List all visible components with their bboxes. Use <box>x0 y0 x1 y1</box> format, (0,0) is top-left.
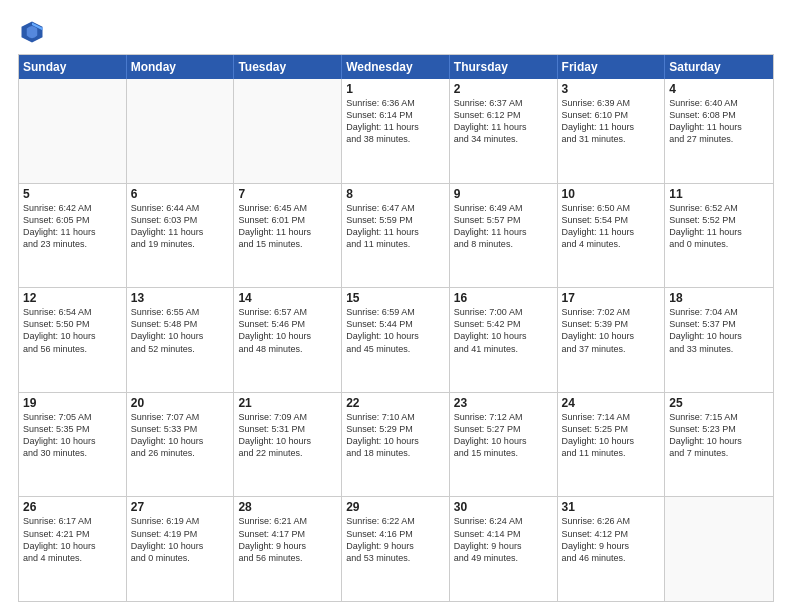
day-cell-8: 8Sunrise: 6:47 AM Sunset: 5:59 PM Daylig… <box>342 184 450 288</box>
day-cell-31: 31Sunrise: 6:26 AM Sunset: 4:12 PM Dayli… <box>558 497 666 601</box>
week-row-2: 5Sunrise: 6:42 AM Sunset: 6:05 PM Daylig… <box>19 183 773 288</box>
day-info: Sunrise: 6:52 AM Sunset: 5:52 PM Dayligh… <box>669 202 769 251</box>
day-info: Sunrise: 7:02 AM Sunset: 5:39 PM Dayligh… <box>562 306 661 355</box>
header <box>18 18 774 46</box>
day-info: Sunrise: 6:50 AM Sunset: 5:54 PM Dayligh… <box>562 202 661 251</box>
day-number: 29 <box>346 500 445 514</box>
day-cell-18: 18Sunrise: 7:04 AM Sunset: 5:37 PM Dayli… <box>665 288 773 392</box>
day-cell-15: 15Sunrise: 6:59 AM Sunset: 5:44 PM Dayli… <box>342 288 450 392</box>
day-header-wednesday: Wednesday <box>342 55 450 79</box>
day-number: 20 <box>131 396 230 410</box>
day-number: 16 <box>454 291 553 305</box>
day-info: Sunrise: 6:42 AM Sunset: 6:05 PM Dayligh… <box>23 202 122 251</box>
empty-cell <box>19 79 127 183</box>
week-row-3: 12Sunrise: 6:54 AM Sunset: 5:50 PM Dayli… <box>19 287 773 392</box>
day-cell-11: 11Sunrise: 6:52 AM Sunset: 5:52 PM Dayli… <box>665 184 773 288</box>
day-cell-28: 28Sunrise: 6:21 AM Sunset: 4:17 PM Dayli… <box>234 497 342 601</box>
day-info: Sunrise: 7:09 AM Sunset: 5:31 PM Dayligh… <box>238 411 337 460</box>
day-number: 10 <box>562 187 661 201</box>
day-cell-5: 5Sunrise: 6:42 AM Sunset: 6:05 PM Daylig… <box>19 184 127 288</box>
day-cell-29: 29Sunrise: 6:22 AM Sunset: 4:16 PM Dayli… <box>342 497 450 601</box>
day-number: 7 <box>238 187 337 201</box>
day-info: Sunrise: 6:36 AM Sunset: 6:14 PM Dayligh… <box>346 97 445 146</box>
day-number: 25 <box>669 396 769 410</box>
day-cell-6: 6Sunrise: 6:44 AM Sunset: 6:03 PM Daylig… <box>127 184 235 288</box>
day-number: 22 <box>346 396 445 410</box>
day-info: Sunrise: 6:44 AM Sunset: 6:03 PM Dayligh… <box>131 202 230 251</box>
day-number: 31 <box>562 500 661 514</box>
day-cell-13: 13Sunrise: 6:55 AM Sunset: 5:48 PM Dayli… <box>127 288 235 392</box>
day-number: 9 <box>454 187 553 201</box>
calendar-header: SundayMondayTuesdayWednesdayThursdayFrid… <box>19 55 773 79</box>
day-info: Sunrise: 6:49 AM Sunset: 5:57 PM Dayligh… <box>454 202 553 251</box>
week-row-4: 19Sunrise: 7:05 AM Sunset: 5:35 PM Dayli… <box>19 392 773 497</box>
day-cell-25: 25Sunrise: 7:15 AM Sunset: 5:23 PM Dayli… <box>665 393 773 497</box>
day-header-tuesday: Tuesday <box>234 55 342 79</box>
day-info: Sunrise: 7:00 AM Sunset: 5:42 PM Dayligh… <box>454 306 553 355</box>
day-cell-12: 12Sunrise: 6:54 AM Sunset: 5:50 PM Dayli… <box>19 288 127 392</box>
day-cell-21: 21Sunrise: 7:09 AM Sunset: 5:31 PM Dayli… <box>234 393 342 497</box>
week-row-5: 26Sunrise: 6:17 AM Sunset: 4:21 PM Dayli… <box>19 496 773 601</box>
day-number: 1 <box>346 82 445 96</box>
day-number: 27 <box>131 500 230 514</box>
day-number: 30 <box>454 500 553 514</box>
day-info: Sunrise: 7:14 AM Sunset: 5:25 PM Dayligh… <box>562 411 661 460</box>
day-cell-20: 20Sunrise: 7:07 AM Sunset: 5:33 PM Dayli… <box>127 393 235 497</box>
day-cell-3: 3Sunrise: 6:39 AM Sunset: 6:10 PM Daylig… <box>558 79 666 183</box>
day-header-thursday: Thursday <box>450 55 558 79</box>
day-info: Sunrise: 6:39 AM Sunset: 6:10 PM Dayligh… <box>562 97 661 146</box>
day-cell-19: 19Sunrise: 7:05 AM Sunset: 5:35 PM Dayli… <box>19 393 127 497</box>
day-info: Sunrise: 6:24 AM Sunset: 4:14 PM Dayligh… <box>454 515 553 564</box>
day-info: Sunrise: 7:15 AM Sunset: 5:23 PM Dayligh… <box>669 411 769 460</box>
day-info: Sunrise: 6:45 AM Sunset: 6:01 PM Dayligh… <box>238 202 337 251</box>
day-info: Sunrise: 7:10 AM Sunset: 5:29 PM Dayligh… <box>346 411 445 460</box>
day-number: 13 <box>131 291 230 305</box>
day-number: 23 <box>454 396 553 410</box>
day-number: 14 <box>238 291 337 305</box>
day-info: Sunrise: 7:12 AM Sunset: 5:27 PM Dayligh… <box>454 411 553 460</box>
day-number: 24 <box>562 396 661 410</box>
day-number: 8 <box>346 187 445 201</box>
day-cell-17: 17Sunrise: 7:02 AM Sunset: 5:39 PM Dayli… <box>558 288 666 392</box>
day-number: 3 <box>562 82 661 96</box>
day-info: Sunrise: 6:55 AM Sunset: 5:48 PM Dayligh… <box>131 306 230 355</box>
day-header-saturday: Saturday <box>665 55 773 79</box>
empty-cell <box>234 79 342 183</box>
day-cell-22: 22Sunrise: 7:10 AM Sunset: 5:29 PM Dayli… <box>342 393 450 497</box>
day-cell-26: 26Sunrise: 6:17 AM Sunset: 4:21 PM Dayli… <box>19 497 127 601</box>
day-info: Sunrise: 6:57 AM Sunset: 5:46 PM Dayligh… <box>238 306 337 355</box>
empty-cell <box>665 497 773 601</box>
day-cell-4: 4Sunrise: 6:40 AM Sunset: 6:08 PM Daylig… <box>665 79 773 183</box>
day-cell-1: 1Sunrise: 6:36 AM Sunset: 6:14 PM Daylig… <box>342 79 450 183</box>
day-info: Sunrise: 6:47 AM Sunset: 5:59 PM Dayligh… <box>346 202 445 251</box>
day-info: Sunrise: 7:05 AM Sunset: 5:35 PM Dayligh… <box>23 411 122 460</box>
day-number: 4 <box>669 82 769 96</box>
day-header-friday: Friday <box>558 55 666 79</box>
day-number: 12 <box>23 291 122 305</box>
day-number: 26 <box>23 500 122 514</box>
day-number: 2 <box>454 82 553 96</box>
page: SundayMondayTuesdayWednesdayThursdayFrid… <box>0 0 792 612</box>
day-cell-16: 16Sunrise: 7:00 AM Sunset: 5:42 PM Dayli… <box>450 288 558 392</box>
day-number: 17 <box>562 291 661 305</box>
day-cell-24: 24Sunrise: 7:14 AM Sunset: 5:25 PM Dayli… <box>558 393 666 497</box>
day-number: 11 <box>669 187 769 201</box>
day-cell-9: 9Sunrise: 6:49 AM Sunset: 5:57 PM Daylig… <box>450 184 558 288</box>
logo <box>18 18 48 46</box>
day-number: 21 <box>238 396 337 410</box>
day-info: Sunrise: 6:40 AM Sunset: 6:08 PM Dayligh… <box>669 97 769 146</box>
day-info: Sunrise: 6:21 AM Sunset: 4:17 PM Dayligh… <box>238 515 337 564</box>
day-number: 6 <box>131 187 230 201</box>
day-number: 18 <box>669 291 769 305</box>
day-info: Sunrise: 7:07 AM Sunset: 5:33 PM Dayligh… <box>131 411 230 460</box>
day-cell-14: 14Sunrise: 6:57 AM Sunset: 5:46 PM Dayli… <box>234 288 342 392</box>
logo-icon <box>18 18 46 46</box>
day-info: Sunrise: 6:59 AM Sunset: 5:44 PM Dayligh… <box>346 306 445 355</box>
calendar-body: 1Sunrise: 6:36 AM Sunset: 6:14 PM Daylig… <box>19 79 773 601</box>
day-info: Sunrise: 6:17 AM Sunset: 4:21 PM Dayligh… <box>23 515 122 564</box>
day-cell-7: 7Sunrise: 6:45 AM Sunset: 6:01 PM Daylig… <box>234 184 342 288</box>
day-info: Sunrise: 6:26 AM Sunset: 4:12 PM Dayligh… <box>562 515 661 564</box>
calendar: SundayMondayTuesdayWednesdayThursdayFrid… <box>18 54 774 602</box>
day-number: 28 <box>238 500 337 514</box>
week-row-1: 1Sunrise: 6:36 AM Sunset: 6:14 PM Daylig… <box>19 79 773 183</box>
